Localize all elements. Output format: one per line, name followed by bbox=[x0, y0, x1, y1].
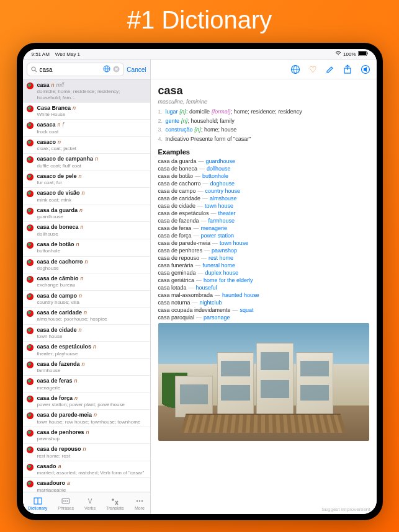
entry-headword: casa bbox=[158, 84, 369, 97]
flag-icon bbox=[27, 190, 34, 197]
example-line: casa de boneca—dollhouse bbox=[158, 166, 369, 172]
result-row[interactable]: casacanf frock coat bbox=[23, 120, 150, 137]
example-line: casa funerária—funeral home bbox=[158, 262, 369, 268]
result-row[interactable]: casaco de visãon mink coat; mink bbox=[23, 188, 150, 205]
clear-search-icon[interactable] bbox=[113, 66, 120, 74]
result-headword: casa de cachorro bbox=[37, 259, 83, 265]
flag-icon bbox=[27, 276, 34, 283]
result-subtitle: fur coat; fur bbox=[37, 180, 145, 185]
result-row[interactable]: casadoa married; assorted; matched; Verb… bbox=[23, 461, 150, 479]
search-input[interactable]: casa bbox=[27, 63, 125, 76]
result-pos: n bbox=[94, 412, 97, 418]
result-headword: casaco de pele bbox=[37, 173, 77, 179]
result-row[interactable]: casa da guardan guardhouse bbox=[23, 205, 150, 223]
flag-icon bbox=[27, 105, 34, 112]
edit-pencil-icon[interactable] bbox=[326, 65, 334, 74]
result-headword: casa de espetáculos bbox=[37, 344, 92, 350]
wifi-icon bbox=[335, 51, 341, 57]
result-subtitle: town house; row house; townhouse; townho… bbox=[37, 419, 145, 425]
cancel-button[interactable]: Cancel bbox=[127, 66, 146, 73]
flag-icon bbox=[27, 174, 34, 180]
result-headword: casa de repouso bbox=[37, 446, 81, 452]
result-row[interactable]: casa de repouson rest home; rest bbox=[23, 444, 150, 461]
result-row[interactable]: casa de campon country house; villa bbox=[23, 291, 150, 308]
result-row[interactable]: casa de bonecan dollhouse bbox=[23, 222, 150, 239]
search-globe-icon[interactable] bbox=[103, 65, 110, 74]
result-subtitle: exchange bureau bbox=[37, 282, 145, 288]
result-subtitle: marriageable bbox=[37, 487, 145, 492]
result-pos: n bbox=[79, 327, 82, 333]
entry-image bbox=[158, 323, 369, 441]
flag-icon bbox=[27, 310, 34, 317]
result-row[interactable]: casa de ferasn menagerie bbox=[23, 376, 150, 393]
result-pos: n bbox=[82, 190, 85, 196]
tab-verbs[interactable]: VVerbs bbox=[84, 497, 96, 510]
result-row[interactable]: Casa Brancan White House bbox=[23, 103, 150, 120]
example-line: casa de força—power station bbox=[158, 233, 369, 239]
result-row[interactable]: casa de espetáculosn theater; playhouse bbox=[23, 342, 150, 359]
result-row[interactable]: casa de parede-meian town house; row hou… bbox=[23, 410, 150, 427]
result-subtitle: almshouse; poorhouse; hospice bbox=[37, 316, 145, 322]
example-line: casa de botão—buttonhole bbox=[158, 173, 369, 179]
svg-point-19 bbox=[141, 500, 143, 501]
result-pos: n bbox=[74, 395, 78, 401]
action-globe-icon[interactable] bbox=[290, 64, 300, 74]
result-headword: Casa Branca bbox=[37, 105, 71, 111]
tab-dictionary[interactable]: Dictionary bbox=[28, 497, 47, 510]
svg-point-14 bbox=[65, 500, 66, 502]
result-headword: casa da guarda bbox=[37, 207, 78, 213]
result-row[interactable]: casacon cloak; coat; jacket bbox=[23, 137, 150, 154]
example-line: casa de fazenda—farmhouse bbox=[158, 218, 369, 224]
svg-point-15 bbox=[67, 500, 68, 502]
result-row[interactable]: casadouroa marriageable bbox=[23, 478, 150, 492]
result-subtitle: power station; power plant; powerhouse bbox=[37, 402, 145, 407]
result-subtitle: menagerie bbox=[37, 385, 145, 391]
result-row[interactable]: casa de câmbion exchange bureau bbox=[23, 273, 150, 291]
flag-icon bbox=[27, 224, 34, 231]
sidebar: casa Cancel casanm/f domicile; home; res… bbox=[23, 60, 151, 514]
suggest-improvement-link[interactable]: Suggest Improvement bbox=[151, 505, 377, 514]
result-subtitle: pawnshop bbox=[37, 436, 145, 441]
result-pos: n bbox=[73, 105, 76, 111]
flag-icon bbox=[27, 446, 34, 453]
result-headword: casa de cidade bbox=[37, 327, 77, 333]
flag-icon bbox=[27, 412, 34, 419]
svg-line-5 bbox=[35, 71, 37, 73]
result-row[interactable]: casa de botãon buttonhole bbox=[23, 239, 150, 257]
result-pos: n bbox=[83, 446, 86, 452]
svg-point-0 bbox=[338, 54, 339, 55]
result-row[interactable]: casa de cachorron doghouse bbox=[23, 257, 150, 274]
flag-icon bbox=[27, 122, 34, 129]
tab-phrases[interactable]: Phrases bbox=[58, 497, 74, 510]
example-line: casa de espetáculos—theater bbox=[158, 210, 369, 216]
share-icon[interactable] bbox=[343, 64, 352, 74]
result-row[interactable]: casa de penhoresn pawnshop bbox=[23, 427, 150, 445]
result-pos: n bbox=[86, 429, 89, 435]
results-list[interactable]: casanm/f domicile; home; residence; resi… bbox=[23, 80, 150, 492]
speak-icon[interactable] bbox=[361, 64, 370, 74]
battery-icon bbox=[358, 51, 368, 57]
result-row[interactable]: casaco de campanhan duffle coat; fluff c… bbox=[23, 154, 150, 171]
result-pos: n bbox=[58, 122, 61, 128]
tab-translate[interactable]: Translate bbox=[106, 497, 124, 510]
example-line: casa de caridade—almshouse bbox=[158, 195, 369, 202]
result-row[interactable]: casa de cidaden town house bbox=[23, 325, 150, 342]
example-line: casa geriátrica—home for the elderly bbox=[158, 277, 369, 283]
result-row[interactable]: casa de caridaden almshouse; poorhouse; … bbox=[23, 308, 150, 325]
tab-label: More bbox=[135, 506, 145, 510]
result-row[interactable]: casaco de pelen fur coat; fur bbox=[23, 171, 150, 188]
result-headword: casaco de visão bbox=[37, 190, 80, 196]
definition-area[interactable]: casa masculine, feminine 1. lugar {n}: d… bbox=[151, 79, 377, 505]
result-pos: n bbox=[81, 224, 84, 230]
favorite-heart-icon[interactable]: ♡ bbox=[309, 64, 317, 74]
result-pos: n bbox=[95, 156, 98, 162]
tab-more[interactable]: More bbox=[135, 497, 145, 510]
searchbar: casa Cancel bbox=[23, 60, 150, 80]
result-pos: n bbox=[58, 139, 61, 145]
flag-icon bbox=[27, 242, 34, 249]
result-row[interactable]: casa de forçan power station; power plan… bbox=[23, 393, 150, 410]
svg-point-4 bbox=[32, 67, 35, 71]
flag-icon bbox=[27, 140, 34, 146]
result-row[interactable]: casanm/f domicile; home; residence; resi… bbox=[23, 80, 150, 103]
result-row[interactable]: casa de fazendan farmhouse bbox=[23, 359, 150, 376]
